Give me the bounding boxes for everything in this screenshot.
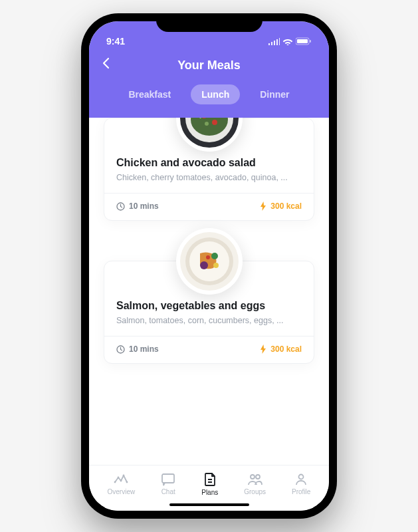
- meal-kcal-value: 300 kcal: [270, 201, 302, 211]
- svg-rect-1: [297, 39, 308, 43]
- bottom-nav: Overview Chat Plans Groups Profile: [89, 465, 329, 499]
- meal-time: 10 mins: [116, 344, 159, 354]
- nav-label: Overview: [108, 488, 136, 495]
- wifi-icon: [282, 37, 293, 45]
- meal-meta: 10 mins 300 kcal: [116, 344, 302, 354]
- svg-point-17: [206, 255, 210, 259]
- svg-point-20: [118, 477, 120, 479]
- home-indicator[interactable]: [89, 499, 329, 511]
- svg-point-16: [213, 263, 219, 268]
- nav-groups[interactable]: Groups: [244, 473, 266, 495]
- page-title: Your Meals: [177, 59, 241, 72]
- back-button[interactable]: [102, 57, 110, 72]
- svg-point-9: [205, 122, 209, 126]
- svg-rect-24: [162, 474, 174, 483]
- phone-frame: 9:41 Your Meals Breakfast Lunch Dinner: [81, 13, 337, 519]
- svg-point-27: [299, 475, 304, 479]
- meal-card[interactable]: Salmon, vegetables and eggs Salmon, toma…: [104, 261, 314, 364]
- status-time: 9:41: [106, 36, 125, 47]
- nav-chat[interactable]: Chat: [161, 473, 175, 495]
- meal-photo: [180, 232, 239, 291]
- meal-title: Salmon, vegetables and eggs: [116, 300, 302, 312]
- nav-profile[interactable]: Profile: [292, 473, 310, 495]
- meal-kcal: 300 kcal: [260, 344, 302, 354]
- clock-icon: [116, 202, 125, 211]
- meal-time: 10 mins: [116, 201, 159, 211]
- battery-icon: [296, 37, 312, 45]
- divider: [104, 193, 314, 194]
- chevron-left-icon: [102, 57, 110, 69]
- meal-photo-frame: [176, 228, 243, 295]
- meal-photo: [180, 118, 239, 148]
- meal-list: Chicken and avocado salad Chicken, cherr…: [89, 118, 329, 465]
- meal-card[interactable]: Chicken and avocado salad Chicken, cherr…: [104, 118, 314, 221]
- tab-dinner[interactable]: Dinner: [249, 84, 300, 104]
- meal-tabs: Breakfast Lunch Dinner: [89, 79, 329, 104]
- divider: [104, 336, 314, 336]
- svg-point-21: [120, 480, 122, 482]
- status-indicators: [268, 37, 312, 45]
- meal-kcal-value: 300 kcal: [270, 344, 302, 354]
- bolt-icon: [260, 344, 266, 354]
- title-row: Your Meals: [89, 49, 329, 79]
- svg-point-25: [251, 475, 255, 479]
- svg-point-23: [126, 481, 128, 483]
- signal-icon: [268, 38, 280, 45]
- home-indicator-bar: [169, 503, 249, 506]
- meal-ingredients: Salmon, tomatoes, corn, cucumbers, eggs,…: [116, 316, 302, 325]
- meal-meta: 10 mins 300 kcal: [116, 201, 302, 211]
- groups-icon: [247, 473, 263, 486]
- meal-time-value: 10 mins: [129, 344, 159, 354]
- nav-label: Chat: [161, 488, 175, 495]
- screen: 9:41 Your Meals Breakfast Lunch Dinner: [89, 21, 329, 511]
- phone-notch: [156, 13, 262, 32]
- svg-rect-2: [310, 40, 311, 43]
- nav-label: Groups: [244, 488, 266, 495]
- clock-icon: [116, 345, 125, 354]
- chat-icon: [161, 473, 175, 486]
- svg-point-15: [211, 253, 218, 259]
- meal-time-value: 10 mins: [129, 201, 159, 211]
- nav-label: Plans: [201, 489, 218, 496]
- meal-photo-frame: [176, 118, 243, 152]
- meal-ingredients: Chicken, cherry tomatoes, avocado, quino…: [116, 173, 302, 182]
- plans-icon: [203, 472, 217, 487]
- svg-point-19: [114, 481, 116, 483]
- svg-point-26: [256, 475, 260, 479]
- profile-icon: [294, 473, 308, 486]
- nav-label: Profile: [292, 488, 310, 495]
- tab-lunch[interactable]: Lunch: [191, 84, 240, 104]
- svg-point-14: [200, 261, 208, 269]
- svg-point-7: [212, 120, 217, 125]
- nav-overview[interactable]: Overview: [108, 473, 136, 495]
- status-bar: 9:41: [89, 33, 329, 49]
- bolt-icon: [260, 201, 266, 211]
- meal-kcal: 300 kcal: [260, 201, 302, 211]
- meal-title: Chicken and avocado salad: [116, 157, 302, 169]
- tab-breakfast[interactable]: Breakfast: [118, 84, 181, 104]
- svg-point-22: [123, 475, 125, 477]
- nav-plans[interactable]: Plans: [201, 472, 218, 496]
- overview-icon: [114, 473, 128, 486]
